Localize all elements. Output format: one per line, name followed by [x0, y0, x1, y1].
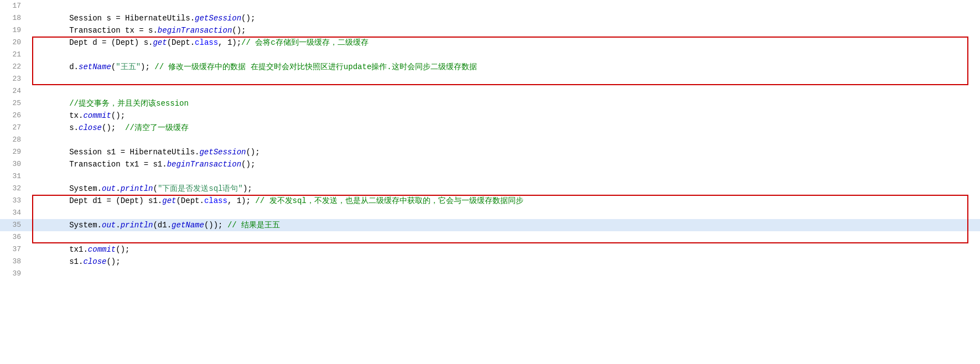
line-number: 23 — [0, 73, 28, 85]
line-number: 22 — [0, 61, 28, 73]
line-content — [28, 49, 980, 61]
code-line: 27 s.close(); //清空了一级缓存 — [0, 122, 980, 134]
line-number: 25 — [0, 97, 28, 110]
line-content — [28, 73, 980, 85]
code-editor: 1718 Session s = HibernateUtils.getSessi… — [0, 0, 980, 364]
line-number: 37 — [0, 243, 28, 256]
line-content: s.close(); //清空了一级缓存 — [28, 122, 980, 134]
code-line: 20 Dept d = (Dept) s.get(Dept.class, 1);… — [0, 37, 980, 49]
line-number: 36 — [0, 231, 28, 243]
code-line: 19 Transaction tx = s.beginTransaction()… — [0, 24, 980, 37]
code-line: 36 — [0, 231, 980, 243]
line-content — [28, 207, 980, 219]
line-number: 30 — [0, 158, 28, 170]
code-line: 25 //提交事务，并且关闭该session — [0, 97, 980, 110]
line-content — [28, 134, 980, 146]
line-content: Session s = HibernateUtils.getSession(); — [28, 12, 980, 24]
line-content: tx1.commit(); — [28, 243, 980, 256]
line-content — [28, 0, 980, 12]
line-number: 17 — [0, 0, 28, 12]
code-line: 17 — [0, 0, 980, 12]
line-number: 38 — [0, 256, 28, 268]
line-number: 18 — [0, 12, 28, 24]
line-content: Dept d = (Dept) s.get(Dept.class, 1);// … — [28, 37, 980, 49]
line-number: 19 — [0, 24, 28, 37]
line-number: 24 — [0, 85, 28, 97]
line-content: tx.commit(); — [28, 110, 980, 122]
code-line: 24 — [0, 85, 980, 97]
code-line: 37 tx1.commit(); — [0, 243, 980, 256]
line-number: 32 — [0, 183, 28, 195]
code-line: 26 tx.commit(); — [0, 110, 980, 122]
code-line: 38 s1.close(); — [0, 256, 980, 268]
line-number: 27 — [0, 122, 28, 134]
line-content: Session s1 = HibernateUtils.getSession()… — [28, 146, 980, 158]
line-content — [28, 85, 980, 97]
line-number: 29 — [0, 146, 28, 158]
code-line: 22 d.setName("王五"); // 修改一级缓存中的数据 在提交时会对… — [0, 61, 980, 73]
line-number: 35 — [0, 219, 28, 231]
code-line: 23 — [0, 73, 980, 85]
line-number: 21 — [0, 49, 28, 61]
code-line: 33 Dept d1 = (Dept) s1.get(Dept.class, 1… — [0, 195, 980, 207]
line-content — [28, 231, 980, 243]
line-number: 20 — [0, 37, 28, 49]
line-number: 39 — [0, 268, 28, 280]
code-line: 18 Session s = HibernateUtils.getSession… — [0, 12, 980, 24]
code-line: 32 System.out.println("下面是否发送sql语句"); — [0, 183, 980, 195]
line-content: Dept d1 = (Dept) s1.get(Dept.class, 1); … — [28, 195, 980, 207]
line-content: Transaction tx1 = s1.beginTransaction(); — [28, 158, 980, 170]
code-line: 34 — [0, 207, 980, 219]
line-number: 28 — [0, 134, 28, 146]
line-number: 31 — [0, 170, 28, 183]
code-line: 28 — [0, 134, 980, 146]
line-content: Transaction tx = s.beginTransaction(); — [28, 24, 980, 37]
code-line: 39 — [0, 268, 980, 280]
line-number: 33 — [0, 195, 28, 207]
code-line: 29 Session s1 = HibernateUtils.getSessio… — [0, 146, 980, 158]
line-content — [28, 170, 980, 183]
line-content: s1.close(); — [28, 256, 980, 268]
code-line: 30 Transaction tx1 = s1.beginTransaction… — [0, 158, 980, 170]
code-line: 21 — [0, 49, 980, 61]
line-content: System.out.println("下面是否发送sql语句"); — [28, 183, 980, 195]
line-content: d.setName("王五"); // 修改一级缓存中的数据 在提交时会对比快照… — [28, 61, 980, 73]
code-line: 31 — [0, 170, 980, 183]
line-number: 34 — [0, 207, 28, 219]
code-line: 35 System.out.println(d1.getName()); // … — [0, 219, 980, 231]
line-content: //提交事务，并且关闭该session — [28, 97, 980, 110]
line-number: 26 — [0, 110, 28, 122]
line-content: System.out.println(d1.getName()); // 结果是… — [28, 219, 980, 231]
line-content — [28, 268, 980, 280]
